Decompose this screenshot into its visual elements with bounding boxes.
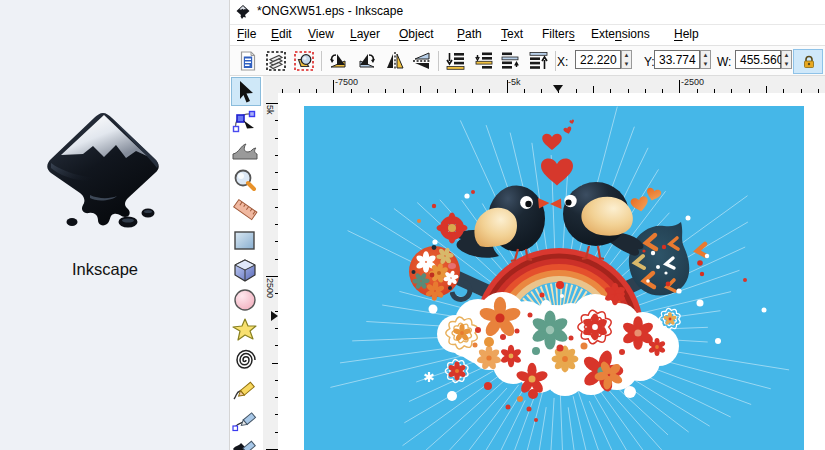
svg-text:5k: 5k (265, 105, 275, 115)
svg-text:2500: 2500 (265, 278, 275, 298)
